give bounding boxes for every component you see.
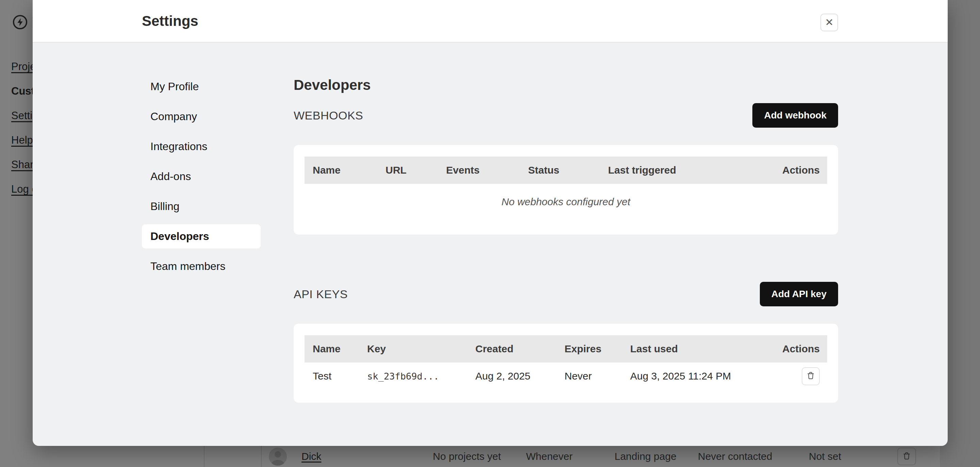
settings-nav: My Profile Company Integrations Add-ons … (142, 75, 261, 279)
api-keys-table-header: Name Key Created Expires Last used Actio… (305, 335, 827, 362)
webhooks-section-header: WEBHOOKS Add webhook (294, 103, 838, 128)
tab-developers[interactable]: Developers (142, 224, 261, 249)
column-header-last-triggered: Last triggered (608, 164, 779, 176)
modal-title: Settings (142, 0, 198, 42)
column-header-actions: Actions (782, 164, 820, 176)
column-header-created: Created (476, 343, 565, 355)
webhooks-empty-state: No webhooks configured yet (305, 196, 827, 208)
tab-my-profile[interactable]: My Profile (142, 75, 261, 99)
column-header-actions: Actions (782, 343, 820, 355)
column-header-name: Name (313, 164, 385, 176)
trash-icon (806, 371, 815, 381)
column-header-expires: Expires (565, 343, 630, 355)
api-key-created-cell: Aug 2, 2025 (476, 370, 565, 382)
api-key-value-cell: sk_23fb69d... (367, 371, 476, 382)
settings-modal: Settings ✕ My Profile Company Integratio… (33, 0, 948, 446)
tab-team-members[interactable]: Team members (142, 254, 261, 279)
tab-integrations[interactable]: Integrations (142, 134, 261, 159)
api-key-row: Test sk_23fb69d... Aug 2, 2025 Never Aug… (305, 362, 827, 390)
add-webhook-button[interactable]: Add webhook (752, 103, 838, 128)
api-keys-card: Name Key Created Expires Last used Actio… (294, 324, 838, 403)
tab-billing[interactable]: Billing (142, 194, 261, 218)
column-header-name: Name (313, 343, 367, 355)
api-key-name-cell: Test (313, 370, 367, 382)
delete-api-key-button[interactable] (802, 367, 820, 385)
add-api-key-button[interactable]: Add API key (760, 282, 838, 306)
webhooks-section-label: WEBHOOKS (294, 109, 363, 122)
column-header-events: Events (446, 164, 528, 176)
api-key-last-used-cell: Aug 3, 2025 11:24 PM (630, 370, 779, 382)
column-header-last-used: Last used (630, 343, 779, 355)
webhooks-table-header: Name URL Events Status Last triggered Ac… (305, 156, 827, 184)
page-title: Developers (294, 77, 371, 93)
api-keys-section-header: API KEYS Add API key (294, 282, 838, 306)
column-header-key: Key (367, 343, 476, 355)
column-header-status: Status (528, 164, 608, 176)
api-keys-section-label: API KEYS (294, 288, 348, 301)
column-header-url: URL (385, 164, 446, 176)
webhooks-card: Name URL Events Status Last triggered Ac… (294, 145, 838, 234)
tab-add-ons[interactable]: Add-ons (142, 164, 261, 188)
developers-panel: Developers WEBHOOKS Add webhook Name URL… (294, 0, 838, 446)
api-key-expires-cell: Never (565, 370, 630, 382)
tab-company[interactable]: Company (142, 105, 261, 129)
